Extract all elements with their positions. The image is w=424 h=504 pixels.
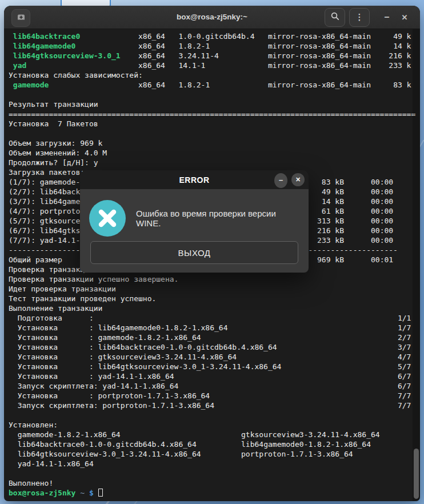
search-button[interactable] [325,8,345,27]
terminal-line: yad-14.1-1.x86_64 [9,459,415,469]
terminal-titlebar[interactable]: box@rosa-zj5nky:~ ⋮ – ✕ [4,6,420,29]
terminal-line: lib64gamemode0 x86_64 1.8.2-1 mirror-ros… [9,41,415,51]
terminal-line: lib64gtksourceview-3.0_1 x86_64 3.24.11-… [9,51,415,61]
error-x-circle-icon [89,200,126,237]
error-dialog-title: ERROR [179,175,209,185]
terminal-line: Тест транзакции проведен успешно. [9,294,415,303]
error-dialog-body: Ошибка во время проверки версии WINE. ВЫ… [80,189,309,273]
exit-button[interactable]: ВЫХОД [90,241,298,264]
error-dialog-controls: – ✕ [274,173,305,188]
terminal-line: yad x86_64 14.1-1 mirror-rosa-x86_64-mai… [9,61,415,70]
terminal-line: Запуск скриптлета: yad-14.1-1.x86_64 6/7 [9,381,415,391]
terminal-line: Идет проверка транзакции [9,284,415,294]
terminal-line: Подготовка : 1/1 [9,313,415,323]
terminal-line: Установлен: [9,420,415,430]
terminal-line: Установка : lib64gtksourceview-3.0_1-3.2… [9,362,415,371]
error-dialog-titlebar[interactable]: ERROR – ✕ [80,170,309,189]
titlebar-controls: ⋮ – ✕ [325,6,411,29]
minimize-icon: – [385,12,390,22]
scrollbar-track[interactable] [413,29,420,501]
terminal-line: Установка : lib64backtrace0-1.0-0.gitcdb… [9,342,415,352]
dialog-close-button[interactable]: ✕ [291,173,305,186]
terminal-line: Установка : gtksourceview3-3.24.11-4.x86… [9,352,415,362]
terminal-line: Установка : portproton-1.7.1-3.x86_64 7/… [9,391,415,401]
terminal-line: Результат транзакции [9,99,415,109]
menu-button[interactable]: ⋮ [349,8,370,27]
error-message: Ошибка во время проверки версии WINE. [136,209,299,228]
terminal-line: Продолжить? [д/Н]: y [9,158,415,167]
terminal-line: gamemode x86_64 1.8.2-1 mirror-rosa-x86_… [9,80,415,90]
terminal-cursor [98,489,103,497]
close-button[interactable]: ✕ [398,13,411,22]
terminal-line: box@rosa-zj5nky ~ $ [9,488,415,498]
scrollbar-thumb[interactable] [414,449,419,499]
terminal-line [9,129,415,138]
terminal-line: lib64gtksourceview-3.0_1-3.24.11-4.x86_6… [9,449,415,459]
terminal-line: lib64backtrace0 x86_64 1.0-0.gitcdb64b.4… [9,31,415,41]
terminal-line: Установка : yad-14.1-1.x86_64 6/7 [9,371,415,381]
terminal-line [9,90,415,99]
terminal-line: Установка : lib64gamemode0-1.8.2-1.x86_6… [9,323,415,333]
minimize-button[interactable]: – [381,12,393,22]
terminal-line: lib64backtrace0-1.0-0.gitcdb64b.4.x86_64… [9,439,415,449]
dialog-minimize-icon: – [279,175,283,184]
error-dialog-content: Ошибка во время проверки версии WINE. [80,189,309,237]
terminal-line: Объем загрузки: 969 k [9,138,415,148]
dialog-minimize-button[interactable]: – [274,173,287,188]
terminal-line: gamemode-1.8.2-1.x86_64 gtksourceview3-3… [9,430,415,439]
terminal-line: Проверка транзакции успешно завершена. [9,274,415,284]
terminal-line: Запуск скриптлета: portproton-1.7.1-3.x8… [9,401,415,410]
terminal-line: ========================================… [9,109,415,119]
terminal-line: Установка 7 Пакетов [9,119,415,129]
dialog-close-icon: ✕ [295,176,301,183]
close-icon: ✕ [402,13,408,22]
kebab-menu-icon: ⋮ [355,12,364,22]
error-dialog: ERROR – ✕ Ошибка во время проверки верси… [80,170,309,273]
terminal-line [9,469,415,478]
terminal-line [9,410,415,420]
terminal-line: Установка слабых зависимостей: [9,70,415,80]
terminal-line: Выполнение транзакции [9,303,415,313]
terminal-line: Установка : gamemode-1.8.2-1.x86_64 2/7 [9,333,415,342]
terminal-line: Объем изменений: 4.0 M [9,148,415,158]
search-icon [330,11,340,23]
terminal-line: Выполнено! [9,478,415,488]
